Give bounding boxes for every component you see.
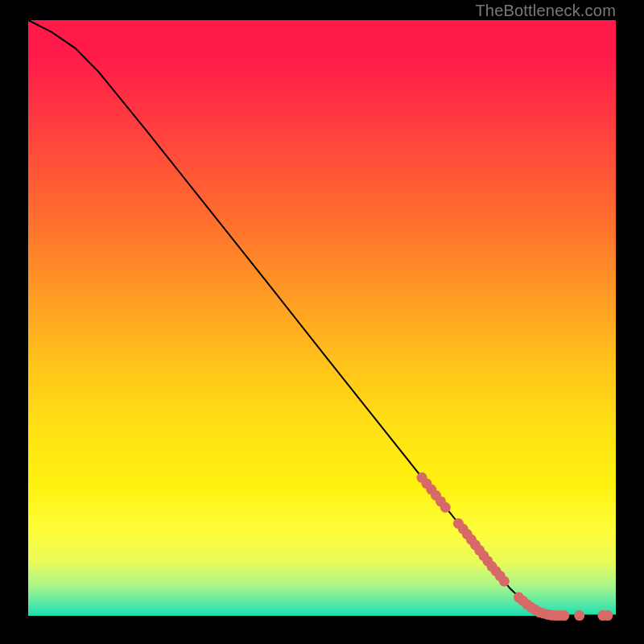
data-point	[499, 576, 510, 587]
data-point	[602, 610, 613, 621]
data-point	[574, 610, 584, 621]
plot-svg	[28, 20, 616, 616]
highlighted-points-group	[417, 473, 613, 621]
plot-area	[28, 20, 616, 616]
data-point	[440, 502, 451, 513]
chart-stage: TheBottleneck.com	[0, 0, 644, 644]
watermark-text: TheBottleneck.com	[475, 2, 616, 20]
data-point	[559, 610, 569, 621]
bottleneck-curve	[28, 20, 616, 616]
